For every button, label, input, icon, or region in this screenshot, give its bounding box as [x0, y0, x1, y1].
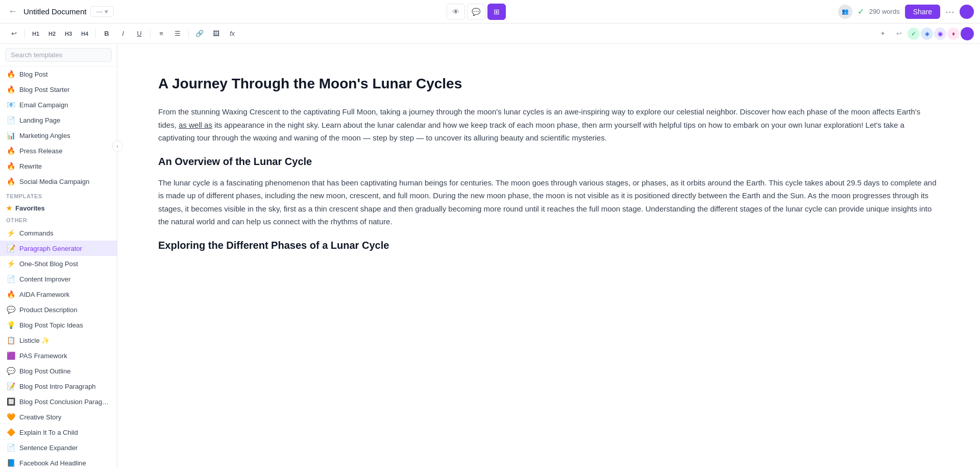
formatting-toolbar: ↩ H1 H2 H3 H4 B I U ≡ ☰ 🔗 🖼 fx ✦ ↩ ✓ ◈ ◉…	[0, 24, 980, 44]
h4-button[interactable]: H4	[77, 27, 92, 41]
sidebar-item-other[interactable]: 💬Blog Post Outline	[0, 363, 117, 379]
sidebar-item-label: Sentence Expander	[19, 444, 111, 452]
search-box	[0, 44, 117, 66]
star-icon: ★	[6, 204, 12, 212]
image-button[interactable]: 🖼	[208, 27, 224, 41]
other-item-icon: 📝	[6, 382, 15, 391]
toolbar-user-avatar[interactable]	[961, 27, 974, 40]
sidebar-item-label: Content Improver	[19, 275, 111, 283]
toolbar-action-3[interactable]: ✓	[908, 28, 920, 40]
sidebar-item-other[interactable]: 📄Content Improver	[0, 271, 117, 287]
other-item-icon: 📝	[6, 244, 15, 253]
sidebar-item-template[interactable]: 🔥Press Release	[0, 143, 117, 158]
h3-button[interactable]: H3	[61, 27, 76, 41]
more-options-button[interactable]: ⋯	[945, 6, 954, 17]
templates-section-label: TEMPLATES	[0, 189, 117, 201]
document-heading-2: An Overview of the Lunar Cycle	[158, 155, 939, 168]
split-view-button[interactable]: ⊞	[487, 4, 506, 20]
sidebar-item-other[interactable]: 📝Blog Post Intro Paragraph	[0, 379, 117, 394]
status-dropdown[interactable]: — ▾	[90, 6, 114, 17]
h1-button[interactable]: H1	[28, 27, 43, 41]
sidebar-content: 🔥Blog Post🔥Blog Post Starter📧Email Campa…	[0, 66, 117, 469]
sidebar-item-template[interactable]: 🔥Blog Post	[0, 66, 117, 82]
main-content: 🔥Blog Post🔥Blog Post Starter📧Email Campa…	[0, 44, 980, 469]
template-icon: 🔥	[6, 161, 15, 171]
sidebar-item-label: Landing Page	[19, 116, 111, 124]
underline-button[interactable]: U	[132, 27, 147, 41]
chevron-down-icon: ▾	[105, 8, 108, 15]
sidebar-item-label: Creative Story	[19, 413, 111, 421]
undo-button[interactable]: ↩	[6, 27, 21, 41]
sidebar-item-label: Email Campaign	[19, 101, 111, 109]
sidebar-item-label: Blog Post Topic Ideas	[19, 321, 111, 329]
ordered-list-button[interactable]: ≡	[154, 27, 169, 41]
other-item-icon: ⚡	[6, 228, 15, 238]
toolbar-divider-2	[95, 29, 96, 38]
sidebar-item-label: Listicle ✨	[19, 337, 111, 344]
underline-text: as well as	[179, 121, 212, 129]
bold-button[interactable]: B	[99, 27, 114, 41]
toolbar-action-6[interactable]: ♦	[947, 28, 960, 40]
document-heading-3: Exploring the Different Phases of a Luna…	[158, 239, 939, 252]
other-item-icon: 💬	[6, 366, 15, 376]
other-item-icon: 📄	[6, 274, 15, 284]
other-section-label: Other	[0, 215, 117, 225]
sidebar-item-other[interactable]: 🔶Explain It To a Child	[0, 425, 117, 440]
unordered-list-button[interactable]: ☰	[170, 27, 185, 41]
sidebar-item-other[interactable]: 📘Facebook Ad Headline	[0, 455, 117, 469]
sidebar-item-label: Blog Post Intro Paragraph	[19, 383, 111, 390]
sidebar-item-template[interactable]: 📧Email Campaign	[0, 97, 117, 112]
italic-button[interactable]: I	[115, 27, 131, 41]
sidebar-item-template[interactable]: 📄Landing Page	[0, 112, 117, 128]
sidebar-item-other[interactable]: 🟪PAS Framework	[0, 348, 117, 363]
sidebar-item-other[interactable]: 💬Product Description	[0, 302, 117, 317]
toolbar-action-2[interactable]: ↩	[891, 27, 906, 41]
toolbar-action-4[interactable]: ◈	[921, 28, 933, 40]
document-paragraph-2: The lunar cycle is a fascinating phenome…	[158, 176, 939, 228]
template-icon: 📄	[6, 115, 15, 125]
back-button[interactable]: ←	[6, 4, 19, 19]
template-icon: 🔥	[6, 85, 15, 94]
sidebar-item-other[interactable]: 📄Sentence Expander	[0, 440, 117, 455]
link-button[interactable]: 🔗	[192, 27, 207, 41]
sidebar-item-label: Marketing Angles	[19, 132, 111, 139]
search-input[interactable]	[5, 48, 112, 62]
editor-area[interactable]: A Journey Through the Moon's Lunar Cycle…	[117, 44, 980, 469]
sidebar-item-template[interactable]: 🔥Social Media Campaign	[0, 174, 117, 189]
sidebar-item-template[interactable]: 🔥Rewrite	[0, 158, 117, 174]
sidebar-item-other[interactable]: 📝Paragraph Generator	[0, 241, 117, 256]
sidebar-item-other[interactable]: 🧡Creative Story	[0, 409, 117, 425]
share-button[interactable]: Share	[905, 5, 940, 19]
comment-view-button[interactable]: 💬	[467, 4, 485, 20]
sidebar-item-template[interactable]: 📊Marketing Angles	[0, 128, 117, 143]
document-heading-1: A Journey Through the Moon's Lunar Cycle…	[158, 75, 939, 93]
sidebar-item-other[interactable]: 🔲Blog Post Conclusion Parag…	[0, 394, 117, 409]
document-title: Untitled Document	[23, 7, 86, 16]
toolbar-action-1[interactable]: ✦	[875, 27, 890, 41]
sidebar-item-other[interactable]: 💡Blog Post Topic Ideas	[0, 317, 117, 333]
toolbar-action-5[interactable]: ◉	[934, 28, 946, 40]
user-avatar[interactable]	[960, 5, 974, 19]
sidebar-item-other[interactable]: ⚡Commands	[0, 225, 117, 241]
other-item-icon: 💬	[6, 305, 15, 314]
other-item-icon: 📄	[6, 443, 15, 452]
split-icon: ⊞	[494, 8, 500, 16]
sidebar-item-label: Social Media Campaign	[19, 178, 111, 185]
sidebar-item-other[interactable]: 🔥AIDA Framework	[0, 287, 117, 302]
header-right: 👥 ✓ 290 words Share ⋯	[838, 5, 974, 19]
sidebar-item-other[interactable]: 📋Listicle ✨	[0, 333, 117, 348]
template-icon: 🔥	[6, 69, 15, 79]
sidebar-item-template[interactable]: 🔥Blog Post Starter	[0, 82, 117, 97]
formula-button[interactable]: fx	[225, 27, 240, 41]
sidebar-collapse-button[interactable]: ›	[112, 140, 123, 152]
other-item-icon: 🧡	[6, 412, 15, 421]
favorites-section: ★ Favorites	[0, 201, 117, 215]
template-icon: 🔥	[6, 177, 15, 186]
sidebar: 🔥Blog Post🔥Blog Post Starter📧Email Campa…	[0, 44, 117, 469]
preview-view-button[interactable]: 👁	[447, 4, 465, 20]
sidebar-item-other[interactable]: ⚡One-Shot Blog Post	[0, 256, 117, 271]
avatar: 👥	[838, 5, 852, 19]
h2-button[interactable]: H2	[44, 27, 60, 41]
sidebar-item-label: Blog Post Starter	[19, 86, 111, 93]
template-icon: 📊	[6, 131, 15, 140]
